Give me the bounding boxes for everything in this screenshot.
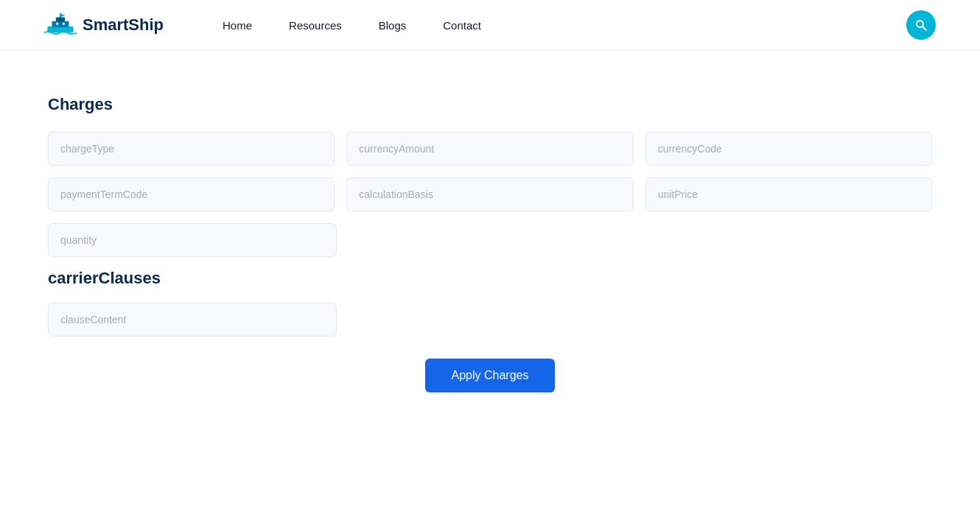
calculation-basis-input[interactable] [346, 177, 633, 211]
apply-button-container: Apply Charges [48, 359, 932, 392]
quantity-input[interactable] [48, 223, 337, 257]
carrier-clauses-title: carrierClauses [48, 269, 932, 288]
search-icon [914, 18, 928, 32]
nav-links: Home Resources Blogs Contact [223, 19, 906, 32]
clauses-row-1 [48, 303, 932, 337]
main-content: Charges carrierClauses Apply Charges [0, 51, 980, 422]
svg-marker-4 [60, 13, 65, 17]
nav-blogs[interactable]: Blogs [379, 19, 407, 32]
nav-contact[interactable]: Contact [443, 19, 481, 32]
svg-point-6 [63, 22, 66, 25]
currency-amount-input[interactable] [346, 132, 633, 166]
unit-price-input[interactable] [645, 177, 932, 211]
nav-resources[interactable]: Resources [289, 19, 342, 32]
currency-code-input[interactable] [645, 132, 932, 166]
nav-home[interactable]: Home [223, 19, 252, 32]
charges-title: Charges [48, 95, 932, 114]
svg-line-8 [923, 27, 926, 30]
svg-rect-1 [52, 21, 69, 27]
svg-point-5 [56, 22, 59, 25]
navbar: SmartShip Home Resources Blogs Contact [0, 0, 980, 51]
charge-type-input[interactable] [48, 132, 335, 166]
logo-link[interactable]: SmartShip [44, 12, 164, 38]
clause-content-input[interactable] [48, 303, 337, 337]
charges-row-3 [48, 223, 932, 257]
brand-name: SmartShip [83, 15, 164, 35]
search-button[interactable] [906, 10, 936, 40]
payment-term-code-input[interactable] [48, 177, 335, 211]
charges-row-1 [48, 132, 932, 166]
logo-icon [44, 12, 77, 38]
charges-row-2 [48, 177, 932, 211]
apply-charges-button[interactable]: Apply Charges [425, 359, 556, 392]
